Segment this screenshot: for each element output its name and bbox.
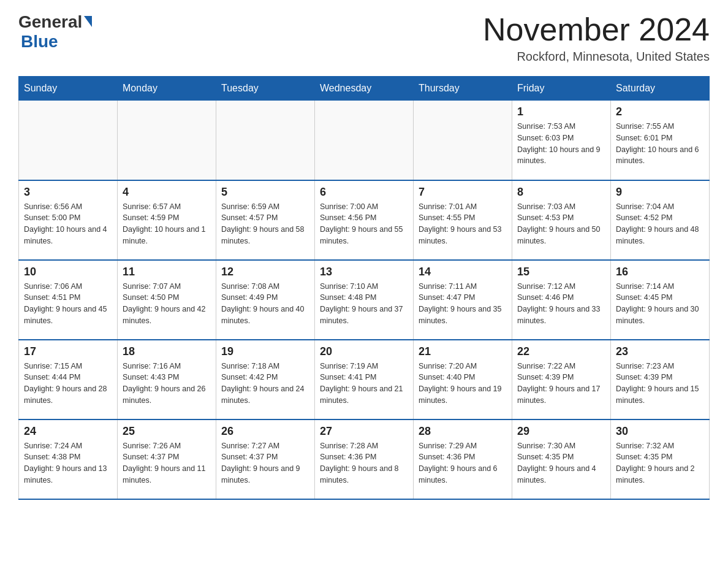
calendar-cell: 25Sunrise: 7:26 AMSunset: 4:37 PMDayligh… [118,419,216,499]
day-info: Sunrise: 6:56 AMSunset: 5:00 PMDaylight:… [24,201,112,247]
day-number: 4 [123,186,211,199]
day-info: Sunrise: 7:00 AMSunset: 4:56 PMDaylight:… [320,201,408,247]
day-info: Sunrise: 7:55 AMSunset: 6:01 PMDaylight:… [616,121,704,167]
calendar-cell [118,101,216,180]
calendar-cell: 22Sunrise: 7:22 AMSunset: 4:39 PMDayligh… [512,340,611,419]
calendar-cell: 4Sunrise: 6:57 AMSunset: 4:59 PMDaylight… [118,180,216,260]
calendar-cell: 5Sunrise: 6:59 AMSunset: 4:57 PMDaylight… [216,180,315,260]
calendar-cell: 7Sunrise: 7:01 AMSunset: 4:55 PMDaylight… [414,180,512,260]
calendar-cell: 27Sunrise: 7:28 AMSunset: 4:36 PMDayligh… [315,419,414,499]
day-number: 17 [24,345,112,358]
week-row-1: 1Sunrise: 7:53 AMSunset: 6:03 PMDaylight… [19,101,710,180]
day-number: 15 [517,266,605,278]
day-info: Sunrise: 6:57 AMSunset: 4:59 PMDaylight:… [123,201,211,247]
calendar-cell: 20Sunrise: 7:19 AMSunset: 4:41 PMDayligh… [315,340,414,419]
day-number: 21 [419,345,507,358]
logo-blue-text: Blue [21,32,58,51]
week-row-4: 17Sunrise: 7:15 AMSunset: 4:44 PMDayligh… [19,340,710,419]
day-number: 10 [24,266,112,278]
weekday-header-friday: Friday [512,77,611,101]
day-info: Sunrise: 6:59 AMSunset: 4:57 PMDaylight:… [221,201,309,247]
day-info: Sunrise: 7:03 AMSunset: 4:53 PMDaylight:… [517,201,605,247]
day-info: Sunrise: 7:23 AMSunset: 4:39 PMDaylight:… [616,361,704,407]
day-number: 20 [320,345,408,358]
day-info: Sunrise: 7:01 AMSunset: 4:55 PMDaylight:… [419,201,507,247]
calendar-cell [414,101,512,180]
day-number: 13 [320,266,408,278]
header: General Blue November 2024 Rockford, Min… [18,12,710,64]
day-info: Sunrise: 7:30 AMSunset: 4:35 PMDaylight:… [517,440,605,486]
day-info: Sunrise: 7:16 AMSunset: 4:43 PMDaylight:… [123,361,211,407]
calendar-cell: 6Sunrise: 7:00 AMSunset: 4:56 PMDaylight… [315,180,414,260]
day-number: 28 [419,425,507,438]
day-number: 9 [616,186,704,199]
calendar-cell: 30Sunrise: 7:32 AMSunset: 4:35 PMDayligh… [611,419,710,499]
calendar-cell: 28Sunrise: 7:29 AMSunset: 4:36 PMDayligh… [414,419,512,499]
calendar-cell: 11Sunrise: 7:07 AMSunset: 4:50 PMDayligh… [118,260,216,340]
day-info: Sunrise: 7:10 AMSunset: 4:48 PMDaylight:… [320,281,408,327]
calendar-cell: 26Sunrise: 7:27 AMSunset: 4:37 PMDayligh… [216,419,315,499]
day-number: 5 [221,186,309,199]
calendar-cell: 13Sunrise: 7:10 AMSunset: 4:48 PMDayligh… [315,260,414,340]
day-info: Sunrise: 7:11 AMSunset: 4:47 PMDaylight:… [419,281,507,327]
day-number: 1 [517,105,605,118]
day-number: 18 [123,345,211,358]
day-info: Sunrise: 7:15 AMSunset: 4:44 PMDaylight:… [24,361,112,407]
calendar-cell: 12Sunrise: 7:08 AMSunset: 4:49 PMDayligh… [216,260,315,340]
month-title: November 2024 [483,12,710,47]
day-info: Sunrise: 7:04 AMSunset: 4:52 PMDaylight:… [616,201,704,247]
day-info: Sunrise: 7:12 AMSunset: 4:46 PMDaylight:… [517,281,605,327]
calendar-cell: 3Sunrise: 6:56 AMSunset: 5:00 PMDaylight… [19,180,118,260]
day-number: 22 [517,345,605,358]
day-info: Sunrise: 7:19 AMSunset: 4:41 PMDaylight:… [320,361,408,407]
day-info: Sunrise: 7:53 AMSunset: 6:03 PMDaylight:… [517,121,605,167]
day-number: 24 [24,425,112,438]
day-number: 30 [616,425,704,438]
week-row-3: 10Sunrise: 7:06 AMSunset: 4:51 PMDayligh… [19,260,710,340]
logo: General Blue [18,12,92,52]
day-number: 12 [221,266,309,278]
day-number: 3 [24,186,112,199]
day-info: Sunrise: 7:27 AMSunset: 4:37 PMDaylight:… [221,440,309,486]
weekday-header-wednesday: Wednesday [315,77,414,101]
day-number: 2 [616,105,704,118]
weekday-header-thursday: Thursday [414,77,512,101]
calendar-cell: 9Sunrise: 7:04 AMSunset: 4:52 PMDaylight… [611,180,710,260]
weekday-header-tuesday: Tuesday [216,77,315,101]
day-number: 26 [221,425,309,438]
day-info: Sunrise: 7:18 AMSunset: 4:42 PMDaylight:… [221,361,309,407]
calendar-cell: 17Sunrise: 7:15 AMSunset: 4:44 PMDayligh… [19,340,118,419]
day-number: 6 [320,186,408,199]
day-number: 11 [123,266,211,278]
weekday-header-saturday: Saturday [611,77,710,101]
calendar-cell: 18Sunrise: 7:16 AMSunset: 4:43 PMDayligh… [118,340,216,419]
logo-general-text: General [18,12,82,32]
day-number: 8 [517,186,605,199]
day-info: Sunrise: 7:07 AMSunset: 4:50 PMDaylight:… [123,281,211,327]
day-info: Sunrise: 7:26 AMSunset: 4:37 PMDaylight:… [123,440,211,486]
day-number: 29 [517,425,605,438]
calendar-cell: 24Sunrise: 7:24 AMSunset: 4:38 PMDayligh… [19,419,118,499]
day-info: Sunrise: 7:32 AMSunset: 4:35 PMDaylight:… [616,440,704,486]
day-info: Sunrise: 7:08 AMSunset: 4:49 PMDaylight:… [221,281,309,327]
calendar-cell [19,101,118,180]
calendar-cell: 19Sunrise: 7:18 AMSunset: 4:42 PMDayligh… [216,340,315,419]
calendar-cell: 23Sunrise: 7:23 AMSunset: 4:39 PMDayligh… [611,340,710,419]
day-number: 27 [320,425,408,438]
day-info: Sunrise: 7:20 AMSunset: 4:40 PMDaylight:… [419,361,507,407]
location-title: Rockford, Minnesota, United States [483,50,710,64]
calendar-cell [216,101,315,180]
calendar-cell: 16Sunrise: 7:14 AMSunset: 4:45 PMDayligh… [611,260,710,340]
day-number: 14 [419,266,507,278]
week-row-2: 3Sunrise: 6:56 AMSunset: 5:00 PMDaylight… [19,180,710,260]
day-number: 19 [221,345,309,358]
day-info: Sunrise: 7:29 AMSunset: 4:36 PMDaylight:… [419,440,507,486]
day-number: 16 [616,266,704,278]
day-info: Sunrise: 7:14 AMSunset: 4:45 PMDaylight:… [616,281,704,327]
calendar-cell: 8Sunrise: 7:03 AMSunset: 4:53 PMDaylight… [512,180,611,260]
logo-triangle-icon [84,16,92,27]
calendar-cell: 15Sunrise: 7:12 AMSunset: 4:46 PMDayligh… [512,260,611,340]
calendar-cell: 29Sunrise: 7:30 AMSunset: 4:35 PMDayligh… [512,419,611,499]
day-info: Sunrise: 7:22 AMSunset: 4:39 PMDaylight:… [517,361,605,407]
calendar-cell: 10Sunrise: 7:06 AMSunset: 4:51 PMDayligh… [19,260,118,340]
